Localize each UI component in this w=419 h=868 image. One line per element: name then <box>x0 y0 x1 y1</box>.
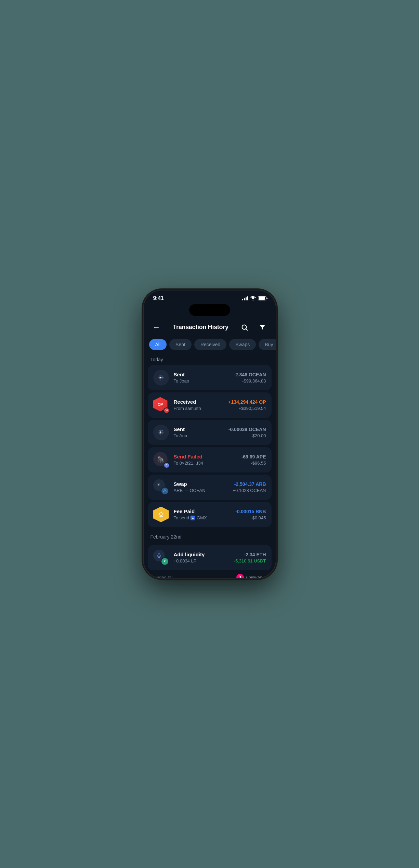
section-label-feb: February 22nd <box>144 533 276 542</box>
table-row[interactable]: Swap ARB → OCEAN -2,504.37 ARB +0.1028 O… <box>148 475 272 500</box>
tx-info-2: Received From sam.eth <box>174 399 224 411</box>
svg-point-38 <box>158 485 159 486</box>
table-row[interactable]: Sent To Ana -0.00039 OCEAN -$20.00 <box>148 420 272 445</box>
tab-all[interactable]: All <box>149 339 167 350</box>
svg-point-34 <box>157 484 158 485</box>
tx-icon-bnb <box>153 507 169 522</box>
tx-subtitle-5: ARB → OCEAN <box>174 488 228 493</box>
back-button[interactable]: ← <box>150 321 163 334</box>
tx-amount-secondary-4: -$96.55 <box>241 461 266 466</box>
usdt-badge: ₮ <box>161 557 169 566</box>
status-icons <box>242 296 266 300</box>
tx-amount-6: -0.00015 BNB -$0.045 <box>235 509 266 520</box>
tx-info-7: Add liquidity +0.0034 LP <box>174 552 229 563</box>
svg-point-22 <box>161 431 162 432</box>
svg-point-29 <box>160 434 161 435</box>
bnb-logo <box>153 507 169 522</box>
table-row[interactable]: Fee Paid To send ▲ GMX -0.00015 BNB -$0.… <box>148 502 272 527</box>
svg-point-23 <box>159 433 160 434</box>
svg-point-12 <box>163 377 164 378</box>
tx-amount-secondary-1: -$99,364.83 <box>234 378 266 384</box>
tx-amount-secondary-2: +$390,519.54 <box>228 406 266 411</box>
header: ← Transaction History <box>144 319 276 338</box>
tx-amount-2: +134,294.424 OP +$390,519.54 <box>228 399 266 411</box>
tx-amount-secondary-7: -5,310.61 USDT <box>234 558 266 563</box>
provided-by-name: uniswap.org <box>246 575 270 578</box>
tx-subtitle-4: To 0×2f21...f34 <box>174 461 237 466</box>
filter-tabs: All Sent Received Swaps Buy Se <box>144 338 276 355</box>
tab-swaps[interactable]: Swaps <box>229 339 256 350</box>
tx-amount-7: -2.34 ETH -5,310.61 USDT <box>234 552 266 563</box>
tx-title-4: Send Failed <box>174 454 237 459</box>
provided-by-source[interactable]: uniswap.org <box>236 574 270 578</box>
tx-subtitle-6: To send ▲ GMX <box>174 515 231 520</box>
tx-info-5: Swap ARB → OCEAN <box>174 481 228 493</box>
svg-point-37 <box>157 485 158 486</box>
svg-point-39 <box>159 485 160 486</box>
tx-amount-primary-1: -2.346 OCEAN <box>234 372 266 377</box>
table-row[interactable]: OP OP Received From sam.eth +134,294.424… <box>148 392 272 418</box>
section-label-today: Today <box>144 355 276 365</box>
tx-icon-ocean-2 <box>153 425 169 440</box>
svg-point-5 <box>161 375 162 376</box>
gmx-label: GMX <box>197 515 207 520</box>
svg-point-13 <box>158 377 159 378</box>
svg-point-15 <box>160 379 161 380</box>
svg-point-25 <box>161 433 162 434</box>
transaction-list-today: Sent To Joao -2.346 OCEAN -$99,364.83 OP… <box>144 365 276 527</box>
tx-amount-primary-2: +134,294.424 OP <box>228 399 266 405</box>
tx-amount-primary-6: -0.00015 BNB <box>235 509 266 514</box>
tx-amount-3: -0.00039 OCEAN -$20.00 <box>228 427 266 438</box>
status-time: 9:41 <box>153 295 164 301</box>
tx-info-3: Sent To Ana <box>174 426 224 438</box>
tx-amount-5: -2,504.37 ARB +0.1028 OCEAN <box>233 481 266 493</box>
tx-info-6: Fee Paid To send ▲ GMX <box>174 508 231 520</box>
op-badge: OP <box>163 407 170 414</box>
svg-point-8 <box>161 377 162 378</box>
transaction-list-feb: ₮ Add liquidity +0.0034 LP -2.34 ETH -5,… <box>144 545 276 570</box>
svg-point-27 <box>158 431 159 432</box>
tx-title-3: Sent <box>174 426 224 432</box>
tx-amount-4: -69.69 APE -$96.55 <box>241 454 266 466</box>
tx-amount-primary-4: -69.69 APE <box>241 454 266 459</box>
tx-icon-op: OP OP <box>153 397 169 413</box>
status-bar: 9:41 <box>144 290 276 304</box>
svg-point-24 <box>160 433 161 434</box>
phone-screen[interactable]: 9:41 ← Transaction History <box>144 290 276 578</box>
battery-icon <box>258 296 266 300</box>
filter-button[interactable] <box>256 321 269 334</box>
tab-sent[interactable]: Sent <box>169 339 192 350</box>
tx-subtitle-7: +0.0034 LP <box>174 558 229 563</box>
tx-title-6: Fee Paid <box>174 508 231 514</box>
svg-point-7 <box>160 377 161 378</box>
svg-point-32 <box>158 483 159 484</box>
tx-amount-primary-3: -0.00039 OCEAN <box>228 427 266 432</box>
svg-point-9 <box>159 378 160 379</box>
tx-icon-liq: ₮ <box>153 550 169 566</box>
back-arrow-icon: ← <box>153 323 160 332</box>
table-row[interactable]: ₮ Add liquidity +0.0034 LP -2.34 ETH -5,… <box>148 545 272 570</box>
tx-amount-1: -2.346 OCEAN -$99,364.83 <box>234 372 266 384</box>
signal-icon <box>242 296 248 300</box>
svg-line-1 <box>246 329 248 330</box>
svg-point-14 <box>160 375 161 376</box>
table-row[interactable]: Sent To Joao -2.346 OCEAN -$99,364.83 <box>148 365 272 390</box>
tx-title-1: Sent <box>174 372 229 377</box>
tx-title-2: Received <box>174 399 224 405</box>
tx-amount-secondary-3: -$20.00 <box>228 433 266 438</box>
tx-title-5: Swap <box>174 481 228 487</box>
table-row[interactable]: 🦍 Ξ Send Failed To 0×2f21...f34 -69.69 A… <box>148 447 272 472</box>
ocean-logo <box>153 370 169 386</box>
dynamic-island <box>189 304 230 316</box>
svg-point-17 <box>159 430 160 431</box>
tx-icon-arb <box>153 479 169 495</box>
uniswap-logo <box>236 574 244 578</box>
tx-subtitle-3: To Ana <box>174 433 224 438</box>
tab-buy[interactable]: Buy <box>259 339 275 350</box>
svg-point-33 <box>159 483 160 484</box>
svg-point-10 <box>160 378 161 379</box>
tab-received[interactable]: Received <box>194 339 226 350</box>
search-button[interactable] <box>238 321 251 334</box>
provided-by-section: Provided by uniswap.org <box>144 570 276 578</box>
tx-subtitle-2: From sam.eth <box>174 406 224 411</box>
